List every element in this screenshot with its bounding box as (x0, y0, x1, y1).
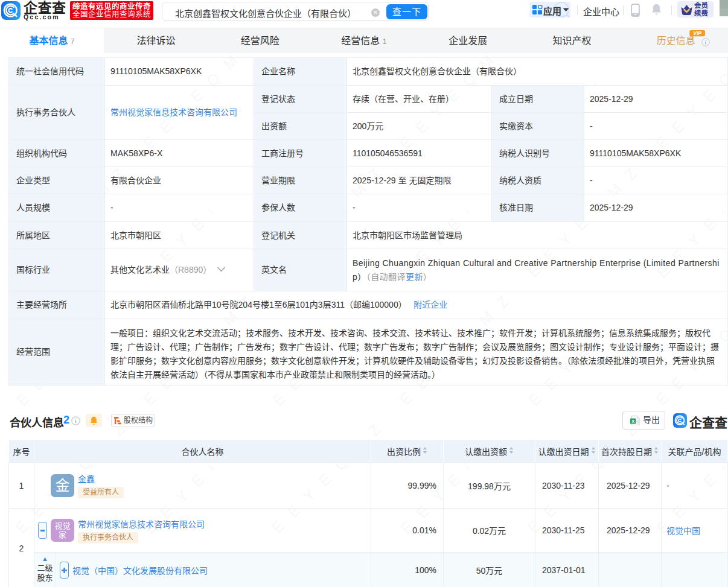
svg-text:X: X (631, 419, 634, 424)
svg-text:VIP: VIP (693, 30, 701, 36)
